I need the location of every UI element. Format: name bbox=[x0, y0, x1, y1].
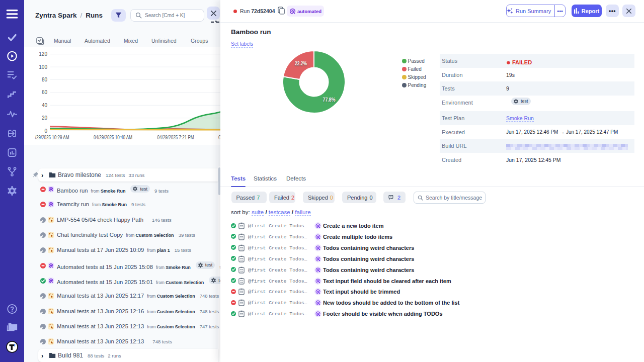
svg-text:80: 80 bbox=[42, 77, 48, 82]
svg-text:20: 20 bbox=[42, 115, 48, 121]
svg-text:04/29/2025 7:21 PM: 04/29/2025 7:21 PM bbox=[157, 135, 194, 140]
svg-text:77.8%: 77.8% bbox=[323, 97, 336, 103]
svg-text:40: 40 bbox=[42, 103, 48, 108]
svg-text:100: 100 bbox=[39, 64, 47, 70]
svg-text:22.2%: 22.2% bbox=[295, 61, 307, 66]
svg-text:120: 120 bbox=[39, 51, 47, 57]
svg-text:0: 0 bbox=[44, 128, 47, 134]
svg-text:04/29/2025 10:40 AM: 04/29/2025 10:40 AM bbox=[94, 135, 132, 140]
svg-text:60: 60 bbox=[42, 89, 48, 95]
svg-text:/29/2025 10:29 AM: /29/2025 10:29 AM bbox=[35, 135, 69, 140]
